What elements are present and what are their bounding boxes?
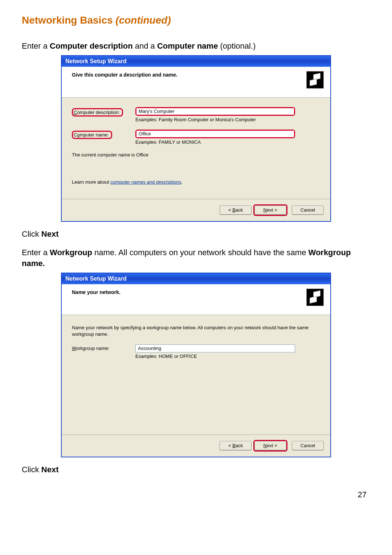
click-next-2: Click Next bbox=[22, 464, 370, 476]
mnemonic: N bbox=[264, 207, 267, 213]
click-next-1: Click Next bbox=[22, 229, 370, 240]
back-button[interactable]: < Back bbox=[220, 441, 252, 450]
workgroup-description: Name your network by specifying a workgr… bbox=[72, 325, 320, 338]
cancel-button[interactable]: Cancel bbox=[292, 441, 324, 450]
wizard-header: Give this computer a description and nam… bbox=[62, 67, 330, 98]
highlight-name-label: Computer name: bbox=[72, 131, 112, 139]
wizard-header-text: Give this computer a description and nam… bbox=[72, 71, 177, 78]
wizard-header-text: Name your network. bbox=[72, 289, 121, 295]
titlebar: Network Setup Wizard bbox=[62, 273, 330, 284]
highlight-name-input bbox=[135, 130, 295, 138]
label-text: mputer name: bbox=[80, 132, 109, 138]
wizard-header: Name your network. bbox=[62, 284, 330, 315]
text-bold: Next bbox=[41, 229, 59, 238]
current-name-info: The current computer name is Office bbox=[72, 152, 320, 158]
wizard-body: Name your network by specifying a workgr… bbox=[62, 315, 330, 435]
row-computer-name: Computer name: Examples: FAMILY or MONIC… bbox=[72, 130, 320, 145]
mnemonic: N bbox=[264, 443, 267, 448]
field-workgroup: Examples: HOME or OFFICE bbox=[135, 344, 320, 359]
text: ack bbox=[236, 207, 243, 213]
mnemonic: o bbox=[77, 132, 79, 138]
highlight-next: Next > bbox=[253, 204, 287, 216]
heading-continued: (continued) bbox=[115, 15, 171, 26]
label-text: orkgroup name: bbox=[76, 346, 109, 351]
text: Enter a bbox=[22, 41, 50, 50]
learn-more-link[interactable]: computer names and descriptions bbox=[110, 179, 181, 185]
label-text: omputer description: bbox=[77, 110, 120, 115]
text: Enter a bbox=[22, 248, 50, 257]
computer-name-input[interactable] bbox=[136, 131, 294, 137]
text-bold: Workgroup bbox=[50, 248, 92, 257]
text-bold: Computer description bbox=[50, 41, 133, 50]
description-example: Examples: Family Room Computer or Monica… bbox=[135, 117, 320, 122]
field-computer-name: Examples: FAMILY or MONICA bbox=[135, 130, 320, 145]
heading-main: Networking Basics bbox=[22, 15, 115, 26]
text-bold: Next bbox=[41, 465, 59, 474]
computer-description-input[interactable] bbox=[136, 108, 294, 115]
row-description: Computer description: Examples: Family R… bbox=[72, 107, 320, 122]
mnemonic: W bbox=[72, 346, 76, 351]
mnemonic: B bbox=[232, 207, 236, 213]
network-icon bbox=[306, 289, 324, 306]
text: Click bbox=[22, 465, 41, 474]
mnemonic: B bbox=[232, 443, 236, 448]
workgroup-example: Examples: HOME or OFFICE bbox=[135, 354, 320, 359]
name-example: Examples: FAMILY or MONICA bbox=[135, 139, 320, 145]
page-heading: Networking Basics (continued) bbox=[22, 15, 370, 26]
text: Click bbox=[22, 229, 41, 238]
text: . bbox=[181, 179, 183, 185]
text: name. All computers on your network shou… bbox=[92, 248, 309, 257]
text: ack bbox=[236, 443, 243, 448]
wizard-body: Computer description: Examples: Family R… bbox=[62, 98, 330, 199]
learn-more: Learn more about computer names and desc… bbox=[72, 179, 320, 185]
next-button[interactable]: Next > bbox=[254, 205, 286, 215]
label-description: Computer description: bbox=[72, 107, 135, 117]
highlight-description-label: Computer description: bbox=[72, 108, 123, 117]
titlebar: Network Setup Wizard bbox=[62, 56, 330, 67]
wizard-workgroup: Network Setup Wizard Name your network. … bbox=[61, 273, 331, 457]
text: ext > bbox=[267, 207, 277, 213]
button-bar: < Back Next > Cancel bbox=[62, 199, 330, 221]
wizard-computer-name: Network Setup Wizard Give this computer … bbox=[61, 56, 331, 221]
label-workgroup: Workgroup name: bbox=[72, 344, 135, 351]
text: and a bbox=[133, 41, 157, 50]
text: C bbox=[74, 132, 77, 138]
workgroup-name-input[interactable] bbox=[135, 344, 295, 352]
instruction-2: Enter a Workgroup name. All computers on… bbox=[22, 247, 370, 270]
label-computer-name: Computer name: bbox=[72, 130, 135, 139]
highlight-description-input bbox=[135, 107, 295, 116]
text: (optional.) bbox=[218, 41, 256, 50]
button-bar: < Back Next > Cancel bbox=[62, 435, 330, 457]
instruction-1: Enter a Computer description and a Compu… bbox=[22, 41, 370, 52]
highlight-next: Next > bbox=[253, 440, 287, 452]
field-description: Examples: Family Room Computer or Monica… bbox=[135, 107, 320, 122]
cancel-button[interactable]: Cancel bbox=[292, 205, 324, 215]
page-number: 27 bbox=[22, 490, 370, 499]
row-workgroup: Workgroup name: Examples: HOME or OFFICE bbox=[72, 344, 320, 359]
text-bold: Computer name bbox=[157, 41, 218, 50]
back-button[interactable]: < Back bbox=[220, 205, 252, 215]
mnemonic: C bbox=[74, 110, 77, 115]
next-button[interactable]: Next > bbox=[254, 441, 286, 450]
text: < bbox=[228, 443, 232, 448]
network-icon bbox=[306, 71, 324, 89]
text: Learn more about bbox=[72, 179, 110, 185]
text: < bbox=[228, 207, 232, 213]
text: ext > bbox=[267, 443, 277, 448]
